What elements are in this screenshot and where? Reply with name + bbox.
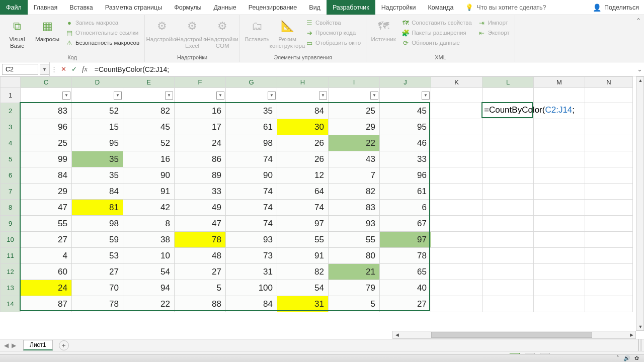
cell-E6[interactable]: 90	[123, 167, 175, 184]
cell-D12[interactable]: 27	[72, 264, 123, 280]
cell-D10[interactable]: 59	[72, 232, 123, 248]
cell-J1[interactable]: ▼	[380, 88, 431, 103]
col-header-M[interactable]: M	[534, 77, 585, 88]
row-header-5[interactable]: 5	[1, 151, 21, 167]
sheet-nav[interactable]: ◀▶	[0, 342, 20, 349]
cell-M12[interactable]	[534, 264, 585, 280]
cell-K4[interactable]	[431, 135, 482, 151]
filter-button-G[interactable]: ▼	[268, 92, 276, 100]
cell-M9[interactable]	[534, 216, 585, 232]
tray-settings-icon[interactable]: ✿	[634, 355, 639, 361]
cell-I5[interactable]: 43	[329, 151, 380, 167]
cell-I2[interactable]: 25	[329, 103, 380, 119]
cell-N10[interactable]	[585, 232, 633, 248]
cell-K3[interactable]	[431, 119, 482, 135]
cell-E1[interactable]: ▼	[123, 88, 175, 103]
excel-addins-button[interactable]: ⚙Надстройки Excel	[178, 17, 206, 53]
col-header-C[interactable]: C	[21, 77, 72, 88]
cell-H3[interactable]: 30	[277, 119, 329, 135]
row-header-12[interactable]: 12	[1, 264, 21, 280]
cell-M1[interactable]	[534, 88, 585, 103]
cell-I9[interactable]: 93	[329, 216, 380, 232]
cell-J5[interactable]: 33	[380, 151, 431, 167]
cell-C12[interactable]: 60	[21, 264, 72, 280]
row-header-4[interactable]: 4	[1, 135, 21, 151]
cell-I3[interactable]: 29	[329, 119, 380, 135]
cell-D14[interactable]: 78	[72, 296, 123, 312]
vertical-scrollbar[interactable]: ▲ ▼	[636, 76, 644, 331]
insert-function-button[interactable]: fx	[82, 65, 88, 73]
cell-J14[interactable]: 27	[380, 296, 431, 312]
cell-I11[interactable]: 80	[329, 248, 380, 264]
cell-L6[interactable]	[482, 167, 534, 184]
cell-C8[interactable]: 47	[21, 200, 72, 216]
xml-expansion-button[interactable]: 🧩Пакеты расширения	[399, 28, 474, 37]
cell-N7[interactable]	[585, 184, 633, 200]
cell-K1[interactable]	[431, 88, 482, 103]
cell-D13[interactable]: 70	[72, 280, 123, 296]
cell-E13[interactable]: 94	[123, 280, 175, 296]
filter-button-I[interactable]: ▼	[370, 92, 378, 100]
cell-G3[interactable]: 61	[226, 119, 277, 135]
formula-cancel-button[interactable]: ✕	[61, 65, 66, 73]
cell-J9[interactable]: 67	[380, 216, 431, 232]
row-header-14[interactable]: 14	[1, 296, 21, 312]
cell-C10[interactable]: 27	[21, 232, 72, 248]
tab-scroll-splitter[interactable]	[638, 339, 642, 351]
cell-I8[interactable]: 83	[329, 200, 380, 216]
cell-J3[interactable]: 95	[380, 119, 431, 135]
cell-L9[interactable]	[482, 216, 534, 232]
view-code-button[interactable]: ➔Просмотр кода	[303, 28, 363, 37]
xml-import-button[interactable]: ⇥Импорт	[476, 18, 512, 27]
cell-K13[interactable]	[431, 280, 482, 296]
cell-H4[interactable]: 26	[277, 135, 329, 151]
cell-N13[interactable]	[585, 280, 633, 296]
cell-C14[interactable]: 87	[21, 296, 72, 312]
cell-N11[interactable]	[585, 248, 633, 264]
cell-N5[interactable]	[585, 151, 633, 167]
col-header-H[interactable]: H	[277, 77, 329, 88]
tab-данные[interactable]: Данные	[208, 0, 243, 15]
design-mode-button[interactable]: 📐Режим конструктора	[273, 17, 301, 53]
cell-M14[interactable]	[534, 296, 585, 312]
tab-вставка[interactable]: Вставка	[63, 0, 99, 15]
cell-E8[interactable]: 42	[123, 200, 175, 216]
cell-I13[interactable]: 79	[329, 280, 380, 296]
cell-C5[interactable]: 99	[21, 151, 72, 167]
cell-M4[interactable]	[534, 135, 585, 151]
cell-L8[interactable]	[482, 200, 534, 216]
xml-refresh-button[interactable]: ⟳Обновить данные	[399, 38, 474, 47]
cell-G6[interactable]: 90	[226, 167, 277, 184]
cell-J7[interactable]: 61	[380, 184, 431, 200]
cell-L5[interactable]	[482, 151, 534, 167]
cell-I4[interactable]: 22	[329, 135, 380, 151]
cell-H7[interactable]: 64	[277, 184, 329, 200]
cell-E4[interactable]: 52	[123, 135, 175, 151]
cell-G10[interactable]: 93	[226, 232, 277, 248]
cell-D11[interactable]: 53	[72, 248, 123, 264]
cell-C4[interactable]: 25	[21, 135, 72, 151]
cell-M6[interactable]	[534, 167, 585, 184]
cell-L3[interactable]	[482, 119, 534, 135]
cell-H5[interactable]: 26	[277, 151, 329, 167]
formula-bar-expand[interactable]: ⌄	[635, 65, 644, 73]
tab-главная[interactable]: Главная	[28, 0, 64, 15]
cell-N12[interactable]	[585, 264, 633, 280]
filter-button-E[interactable]: ▼	[165, 92, 173, 100]
cell-C3[interactable]: 96	[21, 119, 72, 135]
cell-G13[interactable]: 100	[226, 280, 277, 296]
cell-K2[interactable]	[431, 103, 482, 119]
cell-K11[interactable]	[431, 248, 482, 264]
cell-J11[interactable]: 78	[380, 248, 431, 264]
tray-up-icon[interactable]: ˄	[616, 355, 619, 361]
cell-M8[interactable]	[534, 200, 585, 216]
cell-L11[interactable]	[482, 248, 534, 264]
sheet-tab-active[interactable]: Лист1	[23, 340, 53, 350]
tab-рецензирование[interactable]: Рецензирование	[243, 0, 303, 15]
cell-E10[interactable]: 38	[123, 232, 175, 248]
cell-E7[interactable]: 91	[123, 184, 175, 200]
cell-G8[interactable]: 74	[226, 200, 277, 216]
cell-F1[interactable]: ▼	[175, 88, 226, 103]
row-header-3[interactable]: 3	[1, 119, 21, 135]
formula-input[interactable]	[92, 65, 635, 73]
